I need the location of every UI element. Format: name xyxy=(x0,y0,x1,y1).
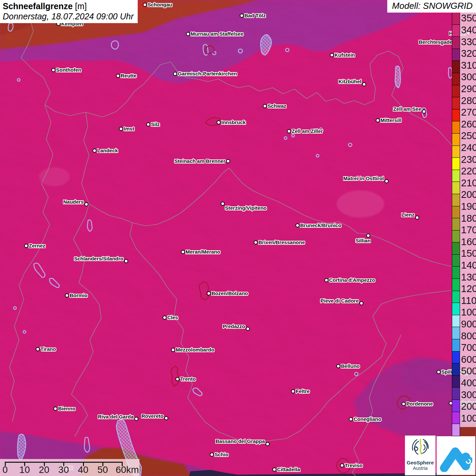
city-dot xyxy=(336,364,340,368)
colorbar-segment xyxy=(452,351,460,363)
city-dot xyxy=(385,179,389,183)
colorbar-tick-label: 1300 xyxy=(461,272,476,282)
colorbar-tick-label: 1000 xyxy=(461,307,476,317)
city-label: Schwaz xyxy=(268,103,286,109)
scalebar-label: 30 xyxy=(58,464,69,475)
city-label: Sillian xyxy=(356,237,371,244)
colorbar-segment xyxy=(452,157,460,170)
city-label: Trento xyxy=(180,376,196,382)
city-dot xyxy=(175,377,180,381)
city-dot xyxy=(330,53,334,57)
product-unit: [m] xyxy=(73,1,87,11)
colorbar-segment xyxy=(452,254,460,267)
city-label: Bruneck/Brunico xyxy=(300,222,341,229)
city-marker-layer: SchongauBad TölzKemptenMurnau am Staffel… xyxy=(0,0,476,476)
city-dot xyxy=(24,244,28,248)
city-dot xyxy=(366,234,370,238)
city-dot xyxy=(124,259,128,263)
city-dot xyxy=(402,402,406,406)
city-dot xyxy=(92,149,97,153)
city-label: Conegliano xyxy=(354,416,381,423)
city-label: Rovereto xyxy=(141,413,164,420)
colorbar-tick-label: 300 xyxy=(461,390,476,400)
colorbar-tick-label: 2000 xyxy=(461,189,476,200)
city-label: Kitzbühel xyxy=(339,78,362,85)
colorbar-segment xyxy=(452,85,460,97)
mountain-cloud-logo-icon xyxy=(440,439,472,472)
city-dot xyxy=(266,442,270,446)
colorbar-tick-label: 1500 xyxy=(461,248,476,258)
map-scalebar: 0102030405060km xyxy=(0,459,139,476)
colorbar-tick-label: 2700 xyxy=(461,107,476,117)
city-label: Mezzolombardo xyxy=(176,346,214,353)
city-label: Cortina d'Ampezzo xyxy=(329,277,375,284)
colorbar-segment xyxy=(452,387,460,400)
page-title: Schneefallgrenze [m] xyxy=(3,1,134,12)
colorbar-segment xyxy=(452,400,460,412)
city-dot xyxy=(207,291,211,295)
colorbar-segment xyxy=(452,146,460,158)
colorbar-tick-label: 3500 xyxy=(461,13,476,23)
title-box: Schneefallgrenze [m] Donnerstag, 18.07.2… xyxy=(0,0,138,23)
city-dot xyxy=(324,278,328,282)
colorbar-tick-label: 2900 xyxy=(461,84,476,94)
colorbar-tick-label: 3400 xyxy=(461,25,476,35)
city-label: Belluno xyxy=(341,363,360,370)
city-dot xyxy=(36,347,40,351)
colorbar-tick-label: 1800 xyxy=(461,213,476,223)
colorbar-tick-label: 2200 xyxy=(461,166,476,176)
city-label: Schlanders/Silandro xyxy=(74,255,123,262)
colorbar xyxy=(452,12,460,436)
city-label: Zell am Ziller xyxy=(292,128,323,135)
colorbar-tick-label: 600 xyxy=(461,354,476,364)
city-dot xyxy=(53,407,57,411)
colorbar-segment xyxy=(452,61,460,73)
colorbar-segment xyxy=(452,291,460,303)
city-label: Murnau am Staffelsee xyxy=(191,31,243,37)
scalebar-label: 20 xyxy=(39,464,49,475)
colorbar-segment xyxy=(452,97,460,109)
colorbar-tick-label: 2600 xyxy=(461,119,476,129)
city-label: Bozen/Bolzano xyxy=(211,290,248,297)
colorbar-segment xyxy=(452,182,460,194)
colorbar-segment xyxy=(452,315,460,327)
colorbar-tick-label: 200 xyxy=(461,401,476,411)
city-dot xyxy=(272,468,276,472)
colorbar-segment xyxy=(452,73,460,85)
colorbar-segment xyxy=(452,206,460,218)
city-label: Nauders xyxy=(63,199,84,205)
city-dot xyxy=(84,202,88,206)
city-label: Zell am See xyxy=(393,106,421,113)
city-label: Bienno xyxy=(58,405,75,412)
colorbar-segment xyxy=(452,121,460,133)
city-label: Cles xyxy=(167,314,178,321)
city-label: Feltre xyxy=(296,388,310,395)
colorbar-tick-label: 500 xyxy=(461,366,476,376)
city-label: Imst xyxy=(124,125,134,132)
colorbar-segment xyxy=(452,412,460,424)
colorbar-tick-label: 2800 xyxy=(461,96,476,106)
city-label: Steinach am Brenner xyxy=(174,158,225,165)
colorbar-tick-label: 1200 xyxy=(461,284,476,294)
product-name: Schneefallgrenze xyxy=(3,1,73,11)
colorbar-segment xyxy=(452,36,460,49)
city-label: Meran/Merano xyxy=(186,249,220,255)
colorbar-segment xyxy=(452,218,460,230)
city-label: Silz xyxy=(151,121,160,128)
city-label: Matrei in Osttirol xyxy=(343,175,384,182)
colorbar-tick-label: 2300 xyxy=(461,154,476,165)
city-dot xyxy=(349,417,353,421)
city-label: Zernez xyxy=(29,242,45,249)
scalebar-label: 60km xyxy=(116,464,139,475)
city-dot xyxy=(359,301,363,305)
scalebar-label: 40 xyxy=(78,464,88,475)
colorbar-tick-label: 1600 xyxy=(461,237,476,247)
city-dot xyxy=(210,453,214,457)
city-dot xyxy=(173,72,177,76)
geosphere-logo-text2: Austria xyxy=(405,465,436,471)
city-dot xyxy=(254,240,258,244)
colorbar-segment xyxy=(452,133,460,146)
city-dot xyxy=(291,389,295,393)
city-dot xyxy=(116,74,120,78)
snowfall-limit-map: SchongauBad TölzKemptenMurnau am Staffel… xyxy=(0,0,476,476)
